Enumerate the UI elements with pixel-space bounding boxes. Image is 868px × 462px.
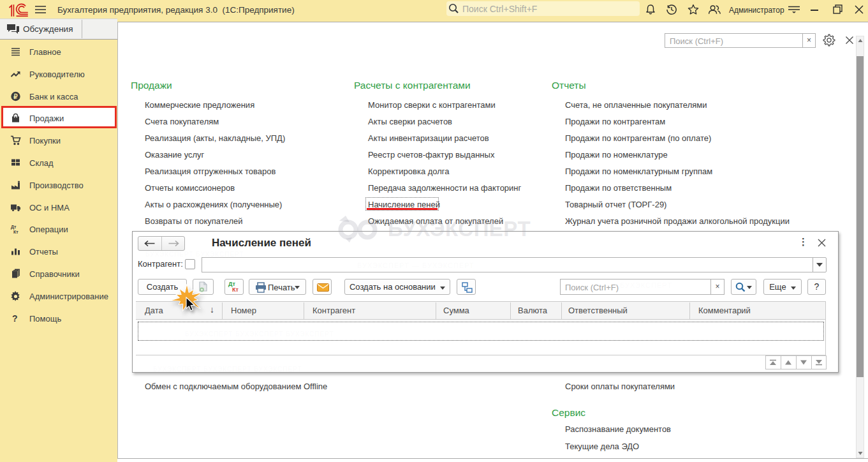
svg-text:Дт: Дт xyxy=(11,225,17,230)
svg-text:Кт: Кт xyxy=(13,230,18,234)
svg-text:₽: ₽ xyxy=(13,93,18,100)
